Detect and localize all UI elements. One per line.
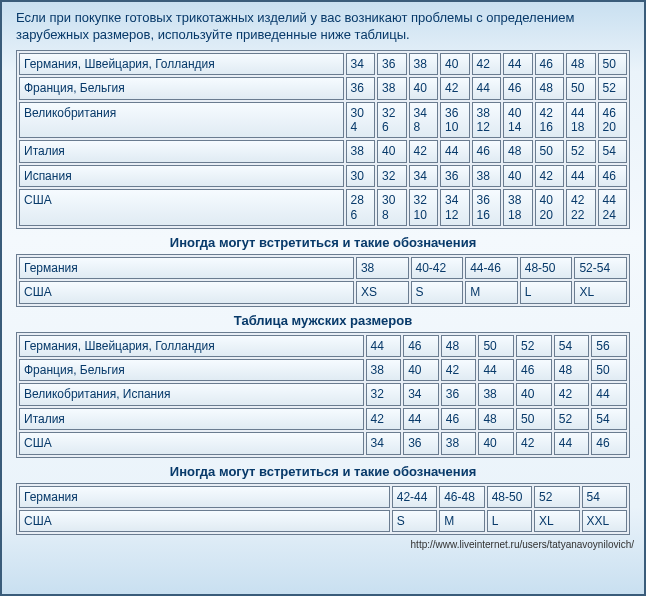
size-cell: 38 (366, 359, 402, 381)
size-cell: XL (534, 510, 579, 532)
size-cell: 34 (409, 165, 439, 187)
size-cell: 28 6 (346, 189, 376, 226)
table-row: СШАXSSMLXL (19, 281, 627, 303)
size-cell: 52 (598, 77, 628, 99)
country-label: Германия (19, 486, 390, 508)
table-row: США28 630 832 1034 1236 1638 1840 2042 2… (19, 189, 627, 226)
table-row: Германия, Швейцария, Голландия4446485052… (19, 335, 627, 357)
intro-text: Если при покупке готовых трикотажных изд… (16, 10, 630, 44)
country-label: Италия (19, 140, 344, 162)
size-cell: 48-50 (487, 486, 532, 508)
size-cell: 54 (591, 408, 627, 430)
heading-men: Таблица мужских размеров (16, 313, 630, 328)
country-label: Великобритания (19, 102, 344, 139)
footer-url: http://www.liveinternet.ru/users/tatyana… (2, 539, 644, 550)
size-cell: 46 (591, 432, 627, 454)
size-cell: 52 (566, 140, 596, 162)
size-cell: 40 (377, 140, 407, 162)
size-cell: 38 (346, 140, 376, 162)
table-row: Германия42-4446-4848-505254 (19, 486, 627, 508)
size-cell: 36 10 (440, 102, 470, 139)
size-cell: 34 8 (409, 102, 439, 139)
size-cell: 48 (478, 408, 514, 430)
size-cell: 34 12 (440, 189, 470, 226)
table-row: СШАSMLXLXXL (19, 510, 627, 532)
size-cell: 40 (503, 165, 533, 187)
size-cell: 44 (366, 335, 402, 357)
size-cell: 40 20 (535, 189, 565, 226)
table-row: Италия42444648505254 (19, 408, 627, 430)
size-cell: S (392, 510, 437, 532)
size-cell: XS (356, 281, 409, 303)
size-cell: 54 (582, 486, 628, 508)
size-cell: 52 (554, 408, 590, 430)
size-cell: 50 (535, 140, 565, 162)
country-label: Великобритания, Испания (19, 383, 364, 405)
size-cell: S (411, 281, 464, 303)
size-cell: L (520, 281, 573, 303)
size-cell: 42 22 (566, 189, 596, 226)
table-row: Великобритания, Испания32343638404244 (19, 383, 627, 405)
size-cell: 40 (516, 383, 552, 405)
size-cell: M (439, 510, 484, 532)
size-cell: 42 (441, 359, 477, 381)
size-cell: 44 (566, 165, 596, 187)
size-cell: 44 (478, 359, 514, 381)
size-cell: 50 (566, 77, 596, 99)
size-cell: 42 (472, 53, 502, 75)
size-cell: 40 14 (503, 102, 533, 139)
size-cell: 44 (472, 77, 502, 99)
size-cell: 34 (366, 432, 402, 454)
table-men: Германия, Швейцария, Голландия4446485052… (16, 332, 630, 458)
size-cell: 42 (409, 140, 439, 162)
size-cell: 38 (441, 432, 477, 454)
country-label: США (19, 510, 390, 532)
size-cell: 44 18 (566, 102, 596, 139)
size-cell: 52 (534, 486, 579, 508)
table-women: Германия, Швейцария, Голландия3436384042… (16, 50, 630, 229)
size-cell: 46 (472, 140, 502, 162)
size-cell: 38 (409, 53, 439, 75)
size-cell: 38 12 (472, 102, 502, 139)
size-cell: 34 (346, 53, 376, 75)
size-cell: M (465, 281, 518, 303)
size-cell: 40 (403, 359, 439, 381)
size-cell: 38 18 (503, 189, 533, 226)
size-cell: 48 (566, 53, 596, 75)
size-cell: 36 (346, 77, 376, 99)
size-cell: 44 (503, 53, 533, 75)
size-cell: 44-46 (465, 257, 518, 279)
country-label: Испания (19, 165, 344, 187)
size-cell: 48-50 (520, 257, 573, 279)
size-cell: 52-54 (574, 257, 627, 279)
heading-alt1: Иногда могут встретиться и такие обознач… (16, 235, 630, 250)
size-cell: 42 (554, 383, 590, 405)
table-row: США34363840424446 (19, 432, 627, 454)
size-cell: 38 (356, 257, 409, 279)
size-cell: 38 (472, 165, 502, 187)
size-cell: 46-48 (439, 486, 484, 508)
table-row: Великобритания30 432 634 836 1038 1240 1… (19, 102, 627, 139)
size-cell: 48 (554, 359, 590, 381)
table-row: Франция, Бельгия38404244464850 (19, 359, 627, 381)
size-cell: 40-42 (411, 257, 464, 279)
size-cell: 42 (535, 165, 565, 187)
size-cell: 46 (598, 165, 628, 187)
table-row: Испания303234363840424446 (19, 165, 627, 187)
table-men-alt: Германия42-4446-4848-505254СШАSMLXLXXL (16, 483, 630, 536)
heading-alt2: Иногда могут встретиться и такие обознач… (16, 464, 630, 479)
size-cell: XXL (582, 510, 628, 532)
size-cell: 44 (591, 383, 627, 405)
size-cell: 48 (503, 140, 533, 162)
size-cell: 36 (440, 165, 470, 187)
size-cell: 54 (598, 140, 628, 162)
size-cell: 46 (503, 77, 533, 99)
size-cell: 32 (366, 383, 402, 405)
country-label: Германия (19, 257, 354, 279)
table-row: Франция, Бельгия363840424446485052 (19, 77, 627, 99)
size-cell: 42 (366, 408, 402, 430)
size-cell: 30 8 (377, 189, 407, 226)
country-label: США (19, 281, 354, 303)
size-cell: 30 4 (346, 102, 376, 139)
size-cell: 46 (535, 53, 565, 75)
